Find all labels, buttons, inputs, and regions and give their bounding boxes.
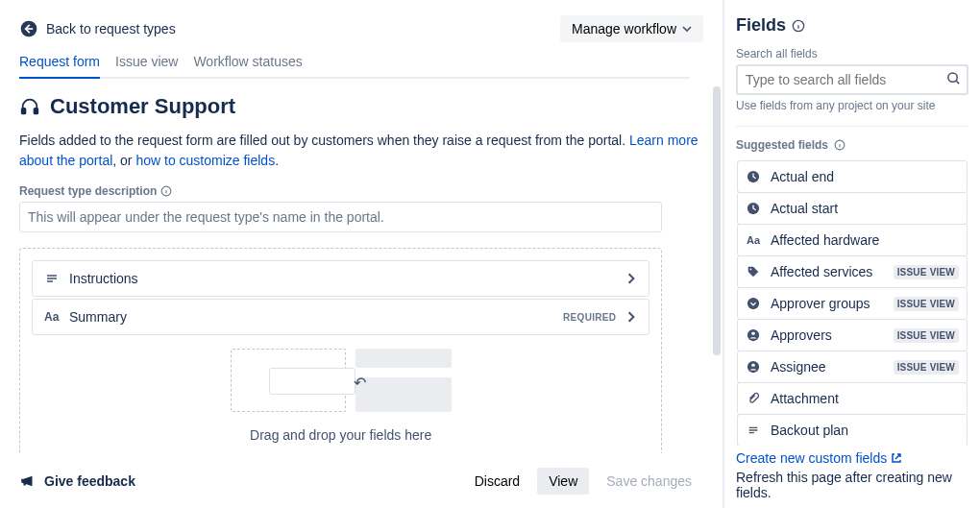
- field-item[interactable]: Backout plan: [737, 414, 968, 447]
- main-panel: Back to request types Manage workflow Re…: [0, 0, 723, 508]
- field-item-name: Attachment: [771, 391, 959, 406]
- field-item[interactable]: ApproversISSUE VIEW: [737, 319, 968, 351]
- view-button[interactable]: View: [537, 468, 589, 495]
- field-item-name: Actual start: [771, 201, 959, 216]
- search-input[interactable]: [736, 64, 968, 95]
- give-feedback-button[interactable]: Give feedback: [19, 472, 135, 490]
- refresh-help-text: Refresh this page after creating new fie…: [736, 470, 968, 500]
- save-button: Save changes: [595, 468, 703, 495]
- issue-view-badge: ISSUE VIEW: [894, 328, 959, 343]
- footer: Give feedback Discard View Save changes: [0, 453, 723, 508]
- field-item[interactable]: AssigneeISSUE VIEW: [737, 351, 968, 383]
- field-item[interactable]: Affected servicesISSUE VIEW: [737, 255, 968, 288]
- required-badge: REQUIRED: [563, 312, 616, 323]
- search-help-text: Use fields from any project on your site: [736, 99, 968, 112]
- feedback-label: Give feedback: [44, 473, 135, 489]
- search-icon[interactable]: [946, 71, 961, 85]
- drop-zone-text: Drag and drop your fields here: [32, 427, 649, 443]
- clip-icon: [746, 391, 761, 406]
- svg-point-10: [750, 269, 752, 271]
- person-icon: [746, 359, 761, 375]
- text-icon: Aa: [746, 232, 761, 248]
- svg-point-6: [948, 73, 957, 82]
- manage-workflow-label: Manage workflow: [572, 21, 676, 36]
- chev-icon: [746, 296, 761, 311]
- page-title: Customer Support: [50, 94, 235, 119]
- arrow-left-circle-icon: [19, 19, 38, 38]
- field-item[interactable]: AaAffected hardware: [737, 224, 968, 256]
- field-item[interactable]: Approver groupsISSUE VIEW: [737, 287, 968, 320]
- page-description: Fields added to the request form are fil…: [19, 131, 703, 171]
- tab-issue-view[interactable]: Issue view: [115, 54, 178, 77]
- form-field-instructions[interactable]: Instructions: [32, 260, 649, 297]
- field-item-name: Affected services: [771, 264, 894, 279]
- field-item-name: Assignee: [771, 359, 894, 375]
- svg-point-15: [751, 364, 755, 368]
- chevron-right-icon: [625, 273, 637, 284]
- chevron-down-icon: [682, 24, 692, 34]
- svg-point-11: [747, 298, 759, 309]
- field-item[interactable]: Attachment: [737, 382, 968, 415]
- desc-field-label: Request type description: [19, 184, 703, 198]
- tag-icon: [746, 264, 761, 279]
- clock-icon: [746, 201, 761, 216]
- field-item[interactable]: Actual end: [737, 160, 968, 193]
- field-item-name: Actual end: [771, 169, 959, 184]
- description-input[interactable]: [19, 202, 662, 232]
- field-item[interactable]: Actual start: [737, 192, 968, 225]
- clock-icon: [746, 169, 761, 184]
- info-icon[interactable]: [834, 139, 845, 151]
- field-item-name: Affected hardware: [771, 232, 959, 248]
- scrollbar[interactable]: [713, 86, 721, 355]
- back-link[interactable]: Back to request types: [19, 19, 176, 38]
- external-icon: [891, 452, 902, 464]
- form-field-summary[interactable]: Aa Summary REQUIRED: [32, 299, 649, 335]
- info-icon[interactable]: [160, 185, 172, 197]
- tab-workflow-statuses[interactable]: Workflow statuses: [193, 54, 302, 77]
- field-item-name: Approvers: [771, 327, 894, 343]
- headset-icon: [19, 96, 40, 117]
- sidebar-title: Fields: [736, 15, 786, 36]
- drop-zone-illustration: ↶: [231, 349, 452, 422]
- info-icon[interactable]: [792, 19, 805, 33]
- issue-view-badge: ISSUE VIEW: [894, 360, 959, 375]
- tabs: Request form Issue view Workflow statuse…: [19, 54, 690, 79]
- tab-request-form[interactable]: Request form: [19, 54, 100, 79]
- svg-point-13: [751, 332, 755, 336]
- manage-workflow-button[interactable]: Manage workflow: [560, 15, 703, 42]
- customize-fields-link[interactable]: how to customize fields: [135, 153, 275, 168]
- issue-view-badge: ISSUE VIEW: [894, 265, 959, 279]
- issue-view-badge: ISSUE VIEW: [894, 297, 959, 311]
- megaphone-icon: [19, 472, 37, 490]
- fields-sidebar: Fields Search all fields Use fields from…: [723, 0, 980, 508]
- chevron-right-icon: [625, 311, 637, 323]
- back-label: Back to request types: [46, 21, 176, 36]
- list-icon: [746, 423, 761, 438]
- suggested-field-list: Actual endActual startAaAffected hardwar…: [736, 159, 968, 447]
- search-label: Search all fields: [736, 47, 968, 60]
- create-custom-fields-link[interactable]: Create new custom fields: [736, 450, 968, 466]
- svg-rect-2: [35, 109, 38, 114]
- form-builder-panel: Instructions Aa Summary REQUIRED ↶ Drag …: [19, 248, 662, 453]
- paragraph-icon: [44, 271, 60, 286]
- suggested-fields-label: Suggested fields: [736, 138, 968, 152]
- field-item-name: Approver groups: [771, 296, 894, 311]
- discard-button[interactable]: Discard: [463, 468, 531, 495]
- form-field-label: Summary: [69, 309, 563, 325]
- form-field-label: Instructions: [69, 271, 625, 286]
- text-icon: Aa: [44, 310, 60, 324]
- person-icon: [746, 327, 761, 343]
- svg-rect-1: [22, 109, 26, 114]
- field-item-name: Backout plan: [771, 423, 959, 438]
